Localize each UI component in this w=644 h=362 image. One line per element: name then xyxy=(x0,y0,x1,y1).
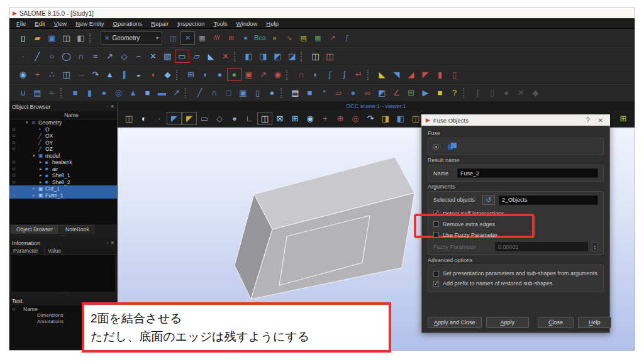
fit-area-icon[interactable]: ⊞ xyxy=(287,112,303,125)
menu-view[interactable]: View xyxy=(50,19,71,28)
face-build-icon[interactable]: ◥ xyxy=(389,68,404,81)
translate-icon[interactable]: → xyxy=(74,68,88,81)
fuzzy-spinner[interactable]: ▴ ▾ xyxy=(592,242,598,251)
med-module-icon[interactable]: ⊞ xyxy=(224,31,238,45)
expander-icon[interactable]: ▸ xyxy=(40,167,45,172)
pipe-path-icon[interactable]: ◗ xyxy=(308,68,323,81)
shaper-module-icon[interactable]: » xyxy=(267,31,282,45)
edge-icon[interactable]: ╱ xyxy=(192,86,207,99)
solid-op-icon[interactable]: ● xyxy=(213,68,227,81)
bend2-icon[interactable]: ∫ xyxy=(337,68,352,81)
tree-row-model[interactable]: ▾ ▣ model xyxy=(9,153,117,160)
help-button[interactable]: Help xyxy=(578,317,611,328)
fit-all-icon[interactable]: ⊠ xyxy=(272,112,287,125)
tree-row-fuse-1[interactable]: ⊙ ▸ ▣ Fuse_1 xyxy=(9,192,117,199)
shell-op-icon[interactable]: ◗ xyxy=(198,68,213,81)
mesh-module-icon[interactable]: ▦ xyxy=(195,31,209,45)
offset-icon[interactable]: ∥ xyxy=(117,68,131,81)
dialog-close-icon[interactable]: ✕ xyxy=(596,117,606,124)
blob-icon[interactable]: ● xyxy=(265,86,279,99)
bca-module-icon[interactable]: Bca xyxy=(253,31,267,45)
tree-row-heatsink[interactable]: ⊙ ▸ ■ heatsink xyxy=(9,159,117,166)
torus-icon[interactable]: ◎ xyxy=(111,86,126,99)
geometry-module-icon[interactable]: ✕ xyxy=(180,31,195,45)
toolbar-icon[interactable] xyxy=(463,88,468,98)
open-folder-icon[interactable]: ▰ xyxy=(30,31,45,45)
polyline-icon[interactable]: ◇ xyxy=(117,50,131,63)
menu-operations[interactable]: Operations xyxy=(109,19,147,28)
image2-icon[interactable]: ◫ xyxy=(323,50,337,63)
save-icon[interactable]: ▣ xyxy=(45,31,59,45)
modification-icon[interactable]: + xyxy=(30,68,45,81)
vector2-icon[interactable]: ↗ xyxy=(169,86,184,99)
wire-icon[interactable]: ∩ xyxy=(207,86,221,99)
tree-row-geometry[interactable]: ▾ ✕ Geometry xyxy=(9,119,117,126)
box2-icon[interactable]: ■ xyxy=(303,86,317,99)
notebook-icon[interactable]: ▤ xyxy=(288,86,303,99)
compound-icon[interactable]: ▯ xyxy=(250,86,265,99)
close-button[interactable]: Close xyxy=(538,317,574,328)
expander-icon[interactable]: ▸ xyxy=(33,193,38,198)
mirror-icon[interactable]: ◫ xyxy=(59,68,74,81)
archimede-icon[interactable]: ◒ xyxy=(131,68,146,81)
wedge2-icon[interactable]: ◤ xyxy=(418,68,433,81)
book-module-icon[interactable]: ▤ xyxy=(296,31,311,45)
bend-icon[interactable]: ∫ xyxy=(323,68,337,81)
surface-icon[interactable]: ≈ xyxy=(45,86,59,99)
disabled3-icon[interactable]: ● xyxy=(499,86,514,99)
tree-row-ox[interactable]: ⊙ ╱ OX xyxy=(9,133,117,140)
visibility-eye-icon[interactable]: ⊙ xyxy=(9,146,23,151)
toolbar-icon[interactable] xyxy=(367,70,372,80)
tools-module-icon[interactable]: ↘ xyxy=(282,31,296,45)
solid-icon[interactable]: ▣ xyxy=(236,86,250,99)
cut-icon[interactable]: ◩ xyxy=(270,50,285,63)
float-dock-icon[interactable]: ▫ xyxy=(106,241,108,246)
preselection-icon[interactable]: ∙ xyxy=(152,112,167,125)
information-body[interactable] xyxy=(11,255,115,292)
toolbar-icon[interactable] xyxy=(176,70,181,80)
close-dock-icon[interactable]: ✕ xyxy=(110,241,114,246)
dialog-help-icon[interactable]: ? xyxy=(584,117,592,124)
box-icon[interactable]: ■ xyxy=(68,86,82,99)
sync-views-icon[interactable]: ⊞ xyxy=(616,112,631,125)
float-dock-icon[interactable]: ▫ xyxy=(106,104,108,109)
help-icon[interactable]: ? xyxy=(447,86,462,99)
checkbox[interactable] xyxy=(433,221,439,227)
check-shape-icon[interactable]: ∞ xyxy=(360,86,375,99)
limit-tolerance-icon[interactable]: ↗ xyxy=(256,68,270,81)
visibility-eye-icon[interactable]: ⊙ xyxy=(9,140,23,145)
expander-icon[interactable]: ▾ xyxy=(26,120,31,125)
new-document-icon[interactable]: ▯ xyxy=(16,31,30,45)
polygon-select-icon[interactable]: ◇ xyxy=(212,112,227,125)
toolbar-icon[interactable] xyxy=(301,52,306,62)
front-view-icon[interactable]: ◨ xyxy=(378,112,393,125)
line-icon[interactable]: ╱ xyxy=(30,50,45,63)
visibility-eye-icon[interactable]: ⊙ xyxy=(9,160,23,165)
explode-icon[interactable]: * xyxy=(317,86,331,99)
selection-blue-icon[interactable]: ◤ xyxy=(167,112,182,125)
arc-icon[interactable]: ∩ xyxy=(74,50,88,63)
sketch-icon[interactable]: ✕ xyxy=(146,50,160,63)
rotation-point-icon[interactable]: ◎ xyxy=(348,112,363,125)
detect-self-intersections-checkbox[interactable]: Detect Self-intersections xyxy=(433,208,598,219)
apply-and-close-button[interactable]: Apply and Close xyxy=(428,317,482,328)
toolbar-icon[interactable] xyxy=(280,88,286,98)
face-icon[interactable]: ■ xyxy=(140,86,155,99)
pipe-tshape-icon[interactable]: ∪ xyxy=(16,86,30,99)
circle-select-icon[interactable]: ● xyxy=(227,112,242,125)
tree-row-shell-1[interactable]: ⊙ ▸ ■ Shell_1 xyxy=(9,172,117,179)
selection-yellow-icon[interactable]: ◤ xyxy=(182,112,197,125)
plane-icon[interactable]: ◣ xyxy=(204,50,218,63)
wireframe-box-module-icon[interactable]: ▦ xyxy=(311,31,325,45)
toolbar-icon[interactable] xyxy=(234,52,239,62)
disabled4-icon[interactable]: ✕ xyxy=(514,86,528,99)
tree-row-air[interactable]: ⊙ ▸ ■ air xyxy=(9,166,117,173)
cylinder-icon[interactable]: ▮ xyxy=(82,86,97,99)
checkbox[interactable] xyxy=(433,211,439,216)
fuzzy-parameter-input[interactable]: 0.00001 xyxy=(495,242,588,251)
hatch-plane-icon[interactable]: ▨ xyxy=(160,50,175,63)
fuse-icon[interactable]: ◧ xyxy=(242,50,256,63)
remove-extra-edges-checkbox[interactable]: Remove extra edges xyxy=(433,219,598,229)
expander-icon[interactable]: ▸ xyxy=(40,180,45,185)
point-icon[interactable]: ∙ xyxy=(16,50,30,63)
